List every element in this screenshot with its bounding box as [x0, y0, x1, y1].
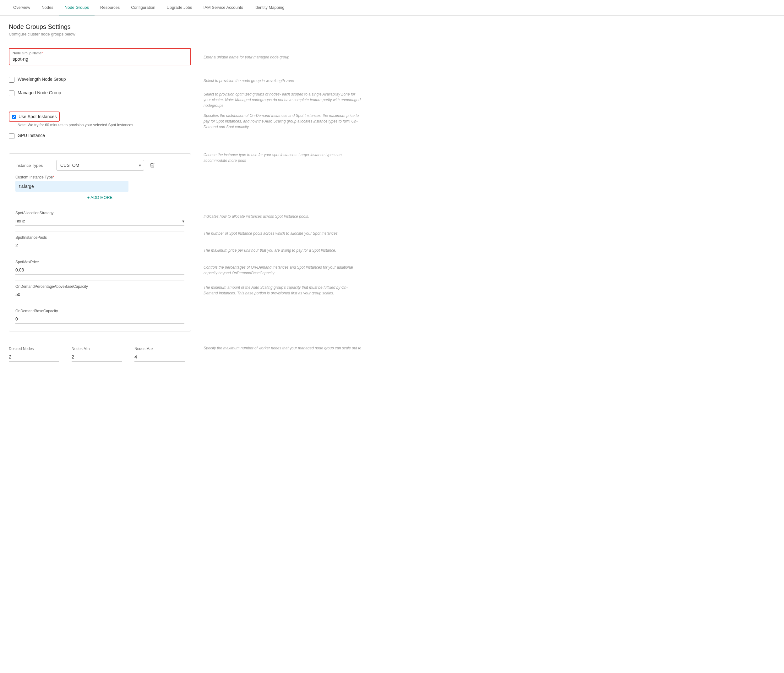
spot-instances-checkbox[interactable] — [12, 115, 16, 119]
spot-max-price-label: SpotMaxPrice — [16, 260, 184, 264]
spot-allocation-strategy-wrapper: none lowest-price capacity-optimized ▾ — [16, 217, 184, 226]
spot-instance-pools-field: SpotInstancePools — [16, 235, 184, 250]
nav-tab-node-groups[interactable]: Node Groups — [59, 0, 95, 16]
delete-instance-type-button[interactable] — [147, 160, 157, 170]
gpu-checkbox-row: GPU Instance — [9, 133, 191, 139]
on-demand-base-capacity-field: OnDemandBaseCapacity — [16, 309, 184, 324]
instance-types-help: Choose the instance type to use for your… — [204, 152, 362, 164]
desired-nodes-help: Specify the maximum number of worker nod… — [204, 345, 362, 351]
custom-instance-input[interactable] — [16, 181, 129, 192]
on-demand-percentage-label: OnDemandPercentageAboveBaseCapacity — [16, 284, 184, 289]
add-more-button[interactable]: + ADD MORE — [16, 192, 184, 203]
nav-tab-identity-mapping[interactable]: Identity Mapping — [249, 0, 290, 16]
gpu-checkbox[interactable] — [9, 133, 14, 139]
instance-type-select[interactable]: CUSTOM — [56, 160, 144, 171]
spot-allocation-strategy-label: SpotAllocationStrategy — [16, 211, 184, 215]
nav-tab-upgrade-jobs[interactable]: Upgrade Jobs — [161, 0, 198, 16]
nav-tab-nodes[interactable]: Nodes — [36, 0, 59, 16]
nav-tab-configuration[interactable]: Configuration — [125, 0, 161, 16]
nodes-min-input[interactable] — [72, 352, 122, 361]
nav-tabs: OverviewNodesNode GroupsResourcesConfigu… — [0, 0, 784, 16]
nodes-row: Desired Nodes Nodes Min Nodes Max — [9, 347, 191, 361]
instance-types-row: Instance Types CUSTOM ▾ — [16, 160, 184, 171]
instance-types-label: Instance Types — [16, 163, 53, 168]
nodes-max-field: Nodes Max — [134, 347, 185, 361]
managed-label[interactable]: Managed Node Group — [17, 90, 61, 95]
page-title: Node Groups Settings — [9, 23, 362, 31]
spot-max-price-input[interactable] — [16, 265, 184, 274]
custom-instance-section: Custom Instance Type* — [16, 175, 184, 192]
node-group-name-help: Enter a unique name for your managed nod… — [204, 55, 362, 60]
instance-type-select-wrapper: CUSTOM ▾ — [56, 160, 144, 171]
use-spot-instances-outlined: Use Spot Instances — [9, 112, 60, 122]
node-group-name-input[interactable] — [12, 56, 187, 62]
page-subtitle: Configure cluster node groups below — [9, 32, 362, 36]
wavelength-checkbox[interactable] — [9, 77, 14, 83]
custom-instance-label: Custom Instance Type* — [16, 175, 184, 179]
desired-nodes-field: Desired Nodes — [9, 347, 59, 361]
nav-tab-overview[interactable]: Overview — [8, 0, 36, 16]
wavelength-help: Select to provision the node group in wa… — [204, 78, 362, 84]
node-group-name-field: Node Group Name* — [9, 48, 191, 65]
spot-instances-note: Note: We try for 60 minutes to provision… — [17, 123, 191, 127]
spot-instance-pools-help: The number of Spot Instance pools across… — [204, 231, 362, 236]
instance-types-box: Instance Types CUSTOM ▾ — [9, 153, 191, 332]
spot-instances-label[interactable]: Use Spot Instances — [19, 114, 56, 119]
gpu-label[interactable]: GPU Instance — [17, 133, 45, 138]
on-demand-base-capacity-help: The minimum amount of the Auto Scaling g… — [204, 285, 362, 296]
nav-tab-iam-service-accounts[interactable]: IAM Service Accounts — [198, 0, 249, 16]
on-demand-percentage-help: Controls the percentages of On-Demand In… — [204, 265, 362, 276]
managed-checkbox-row: Managed Node Group — [9, 90, 191, 96]
spot-max-price-field: SpotMaxPrice — [16, 260, 184, 274]
managed-help: Select to provision optimized groups of … — [204, 92, 362, 108]
spot-allocation-strategy-select[interactable]: none lowest-price capacity-optimized — [16, 217, 184, 226]
nodes-min-label: Nodes Min — [72, 347, 122, 351]
spot-instance-pools-input[interactable] — [16, 241, 184, 250]
on-demand-base-capacity-input[interactable] — [16, 315, 184, 324]
on-demand-base-capacity-label: OnDemandBaseCapacity — [16, 309, 184, 313]
wavelength-checkbox-row: Wavelength Node Group — [9, 77, 191, 83]
spot-instances-help: Specifies the distribution of On-Demand … — [204, 113, 362, 130]
spot-max-price-help: The maximum price per unit hour that you… — [204, 248, 362, 253]
nodes-max-label: Nodes Max — [134, 347, 185, 351]
managed-checkbox[interactable] — [9, 90, 14, 96]
spot-instance-pools-label: SpotInstancePools — [16, 235, 184, 240]
on-demand-percentage-input[interactable] — [16, 290, 184, 299]
on-demand-percentage-field: OnDemandPercentageAboveBaseCapacity — [16, 284, 184, 299]
nodes-min-field: Nodes Min — [72, 347, 122, 361]
wavelength-label[interactable]: Wavelength Node Group — [17, 77, 66, 82]
spot-allocation-strategy-field: SpotAllocationStrategy none lowest-price… — [16, 211, 184, 226]
desired-nodes-input[interactable] — [9, 352, 59, 361]
node-group-name-label: Node Group Name* — [12, 51, 187, 55]
nodes-max-input[interactable] — [134, 352, 185, 361]
nav-tab-resources[interactable]: Resources — [95, 0, 125, 16]
spot-allocation-strategy-help: Indicates how to allocate instances acro… — [204, 213, 362, 219]
desired-nodes-label: Desired Nodes — [9, 347, 59, 351]
